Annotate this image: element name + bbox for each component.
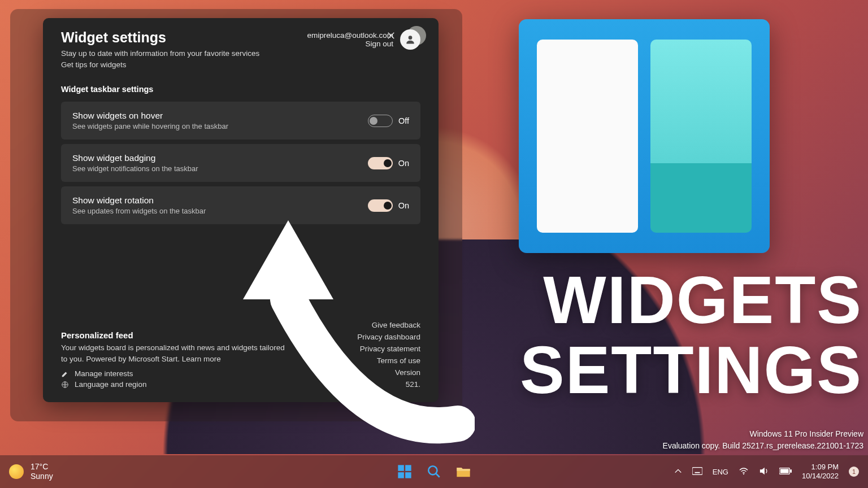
volume-button[interactable] bbox=[759, 467, 769, 477]
toggle-state: Off bbox=[398, 116, 409, 125]
hero-text: WIDGETS SETTINGS bbox=[520, 265, 862, 406]
svg-rect-6 bbox=[398, 472, 404, 478]
svg-point-8 bbox=[428, 466, 437, 474]
sun-icon bbox=[9, 464, 24, 479]
row-title: Show widget rotation bbox=[72, 195, 206, 206]
tray-expand[interactable] bbox=[674, 467, 682, 477]
version-label: Version bbox=[357, 368, 420, 377]
svg-line-9 bbox=[436, 473, 440, 477]
modal-subtitle: Stay up to date with information from yo… bbox=[61, 48, 259, 70]
wifi-icon bbox=[739, 467, 749, 475]
privacy-dashboard-link[interactable]: Privacy dashboard bbox=[357, 333, 420, 341]
toggle-rotation[interactable] bbox=[368, 199, 393, 212]
wifi-button[interactable] bbox=[739, 467, 749, 477]
modal-title: Widget settings bbox=[61, 29, 259, 46]
signout-link[interactable]: Sign out bbox=[365, 40, 393, 48]
windows-icon bbox=[397, 464, 413, 480]
section-label: Widget taskbar settings bbox=[61, 85, 420, 94]
person-icon bbox=[405, 34, 416, 45]
svg-rect-11 bbox=[695, 472, 700, 473]
widgets-app-tile bbox=[519, 19, 770, 253]
notifications-button[interactable]: 1 bbox=[849, 467, 859, 477]
widgets-tile-left-icon bbox=[537, 40, 638, 233]
privacy-statement-link[interactable]: Privacy statement bbox=[357, 345, 420, 353]
personalized-feed-block: Personalized feed Your widgets board is … bbox=[61, 330, 287, 389]
account-block: emipreluca@outlook.com Sign out bbox=[307, 29, 420, 50]
widget-settings-modal: Widget settings Stay up to date with inf… bbox=[43, 18, 439, 402]
svg-rect-14 bbox=[790, 469, 792, 473]
weather-widget[interactable]: 17°C Sunny bbox=[9, 462, 53, 481]
account-avatar[interactable] bbox=[400, 29, 420, 50]
date: 10/14/2022 bbox=[802, 472, 839, 481]
toggle-state: On bbox=[398, 159, 409, 168]
language-region-link[interactable]: Language and region bbox=[61, 380, 287, 389]
weather-cond: Sunny bbox=[31, 472, 53, 481]
svg-rect-7 bbox=[405, 472, 411, 478]
battery-button[interactable] bbox=[779, 468, 792, 476]
watermark: Windows 11 Pro Insider Preview Evaluatio… bbox=[663, 428, 863, 452]
touchkeyboard-button[interactable] bbox=[692, 467, 702, 477]
volume-icon bbox=[759, 467, 769, 476]
toggle-state: On bbox=[398, 201, 409, 210]
chevron-up-icon bbox=[674, 467, 682, 475]
svg-rect-10 bbox=[692, 467, 702, 474]
toggle-hover[interactable] bbox=[368, 115, 393, 127]
account-email: emipreluca@outlook.com bbox=[307, 31, 393, 40]
start-button[interactable] bbox=[396, 463, 413, 480]
setting-row-hover: Show widgets on hover See widgets pane w… bbox=[61, 102, 420, 140]
version-build: 521. bbox=[357, 380, 420, 389]
folder-icon bbox=[455, 464, 471, 480]
row-title: Show widget badging bbox=[72, 153, 198, 163]
give-feedback-link[interactable]: Give feedback bbox=[357, 321, 420, 329]
toggle-badging[interactable] bbox=[368, 157, 393, 169]
search-icon bbox=[427, 464, 441, 479]
svg-rect-15 bbox=[780, 469, 789, 473]
pencil-icon bbox=[61, 370, 69, 378]
widgets-tile-right-icon bbox=[650, 40, 752, 233]
row-desc: See widget notifications on the taskbar bbox=[72, 164, 198, 173]
svg-rect-4 bbox=[398, 465, 404, 471]
feed-text: Your widgets board is personalized with … bbox=[61, 342, 287, 365]
battery-icon bbox=[779, 468, 792, 474]
setting-row-rotation: Show widget rotation See updates from wi… bbox=[61, 186, 420, 224]
row-title: Show widgets on hover bbox=[72, 111, 228, 121]
search-button[interactable] bbox=[426, 463, 442, 480]
terms-of-use-link[interactable]: Terms of use bbox=[357, 356, 420, 365]
time: 1:09 PM bbox=[802, 463, 839, 472]
row-desc: See widgets pane while hovering on the t… bbox=[72, 122, 228, 130]
taskbar: 17°C Sunny ENG bbox=[0, 455, 868, 488]
globe-icon bbox=[61, 381, 69, 389]
language-button[interactable]: ENG bbox=[713, 468, 728, 476]
keyboard-icon bbox=[692, 467, 702, 475]
weather-temp: 17°C bbox=[31, 462, 53, 472]
setting-row-badging: Show widget badging See widget notificat… bbox=[61, 144, 420, 182]
svg-rect-5 bbox=[405, 465, 411, 471]
svg-point-12 bbox=[743, 473, 744, 474]
feed-title: Personalized feed bbox=[61, 330, 287, 340]
svg-point-1 bbox=[409, 36, 413, 40]
row-desc: See updates from widgets on the taskbar bbox=[72, 207, 206, 215]
explorer-button[interactable] bbox=[455, 463, 472, 480]
clock[interactable]: 1:09 PM 10/14/2022 bbox=[802, 463, 839, 481]
manage-interests-link[interactable]: Manage interests bbox=[61, 369, 287, 378]
